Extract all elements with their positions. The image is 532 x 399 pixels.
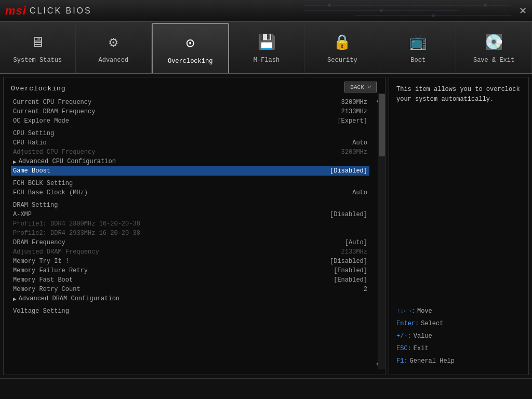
arrow-menu-item[interactable]: ▶Advanced CPU Configuration: [11, 157, 369, 166]
setting-row[interactable]: FCH Base Clock (MHz)Auto: [11, 188, 369, 197]
system-status-icon: 🖥: [26, 31, 49, 54]
header-decoration: [303, 0, 511, 22]
keyboard-hint: +/-:Value: [396, 330, 521, 342]
overclocking-icon: ⊙: [179, 32, 202, 55]
header: msi CLICK BIOS ✕: [0, 0, 532, 22]
keyboard-hint: ESC:Exit: [396, 342, 521, 355]
svg-point-4: [380, 9, 383, 12]
section-header: Voltage Setting: [11, 303, 369, 316]
system-status-label: System Status: [14, 57, 62, 64]
save-exit-label: Save & Exit: [473, 57, 514, 64]
setting-row[interactable]: A-XMP[Disabled]: [11, 210, 369, 219]
section-header: DRAM Setting: [11, 197, 369, 210]
svg-point-3: [328, 4, 331, 7]
setting-row[interactable]: OC Explore Mode[Expert]: [11, 116, 369, 126]
setting-row[interactable]: Current DRAM Frequency2133MHz: [11, 107, 369, 116]
arrow-menu-item[interactable]: ▶Advanced DRAM Configuration: [11, 294, 369, 303]
setting-row[interactable]: Memory Fast Boot[Enabled]: [11, 275, 369, 285]
main-content: Overclocking BACK ↩ ▲ Current CPU Freque…: [0, 74, 532, 378]
setting-row[interactable]: Game Boost[Disabled]: [11, 166, 369, 176]
settings-list: Current CPU Frequency3200MHzCurrent DRAM…: [4, 98, 385, 316]
nav-item-system-status[interactable]: 🖥 System Status: [0, 22, 76, 73]
setting-row[interactable]: Memory Retry Count2: [11, 285, 369, 294]
left-panel: Overclocking BACK ↩ ▲ Current CPU Freque…: [3, 77, 385, 375]
advanced-icon: ⚙: [102, 31, 125, 54]
setting-row: Adjusted CPU Frequency3200MHz: [11, 148, 369, 157]
msi-logo: msi: [5, 4, 26, 18]
right-panel: This item allows you to overclock your s…: [389, 77, 529, 375]
section-header: CPU Setting: [11, 126, 369, 138]
close-button[interactable]: ✕: [519, 5, 527, 17]
setting-row: Adjusted DRAM Frequency2133MHz: [11, 247, 369, 257]
setting-row[interactable]: CPU RatioAuto: [11, 138, 369, 148]
nav-item-m-flash[interactable]: 💾 M-Flash: [229, 22, 305, 73]
security-label: Security: [327, 57, 357, 64]
setting-row[interactable]: Memory Try It ![Disabled]: [11, 257, 369, 266]
save-exit-icon: 💽: [483, 31, 506, 54]
section-header: FCH BCLK Setting: [11, 176, 369, 188]
setting-row[interactable]: DRAM Frequency[Auto]: [11, 238, 369, 247]
keyboard-hint: F1:General Help: [396, 355, 521, 367]
footer: [0, 378, 532, 399]
nav-item-advanced[interactable]: ⚙ Advanced: [76, 22, 152, 73]
advanced-label: Advanced: [98, 57, 128, 64]
nav-item-security[interactable]: 🔒 Security: [304, 22, 380, 73]
security-icon: 🔒: [331, 31, 354, 54]
navbar: 🖥 System Status ⚙ Advanced ⊙ Overclockin…: [0, 22, 532, 74]
keyboard-hint: ↑↓←→:Move: [396, 305, 521, 317]
setting-row[interactable]: Memory Failure Retry[Enabled]: [11, 266, 369, 275]
nav-item-save-exit[interactable]: 💽 Save & Exit: [456, 22, 532, 73]
keyboard-hints: ↑↓←→:MoveEnter:Select+/-:ValueESC:ExitF1…: [396, 305, 521, 367]
scrollbar[interactable]: [378, 93, 385, 369]
click-bios-label: CLICK BIOS: [30, 6, 92, 16]
boot-label: Boot: [410, 57, 425, 64]
nav-item-boot[interactable]: 📺 Boot: [380, 22, 456, 73]
setting-row[interactable]: Current CPU Frequency3200MHz: [11, 98, 369, 107]
m-flash-icon: 💾: [255, 31, 278, 54]
help-text: This item allows you to overclock your s…: [396, 85, 521, 104]
scrollbar-thumb[interactable]: [379, 94, 385, 156]
setting-row: Profile2: DDR4 2933MHz 16-20-20-38: [11, 229, 369, 238]
boot-icon: 📺: [407, 31, 430, 54]
nav-item-overclocking[interactable]: ⊙ Overclocking: [152, 23, 229, 73]
svg-point-5: [432, 14, 435, 17]
panel-title: Overclocking: [4, 83, 385, 98]
back-button[interactable]: BACK ↩: [344, 82, 377, 92]
overclocking-label: Overclocking: [168, 58, 212, 65]
m-flash-label: M-Flash: [254, 57, 280, 64]
keyboard-hint: Enter:Select: [396, 317, 521, 330]
svg-point-6: [484, 4, 487, 7]
setting-row: Profile1: DDR4 2800MHz 16-20-20-38: [11, 219, 369, 229]
